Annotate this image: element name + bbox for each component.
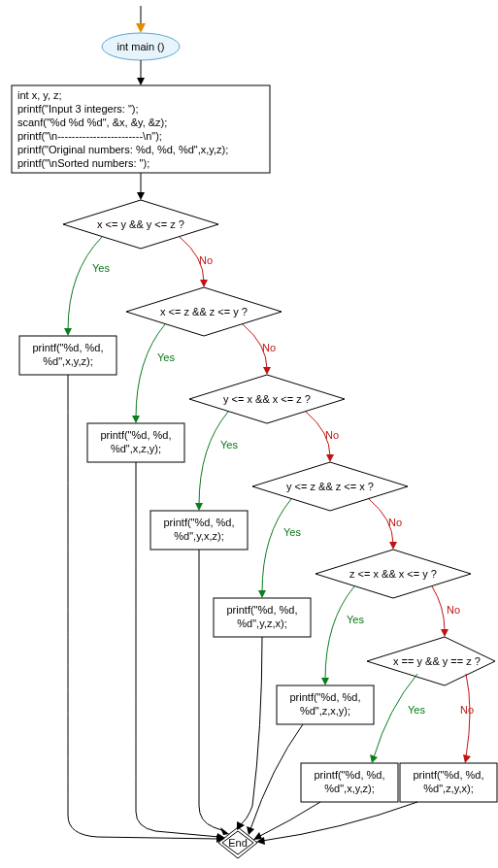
edge-d4-p4	[262, 499, 291, 592]
no-label-d1: No	[199, 254, 213, 266]
p7-line2: %d",z,y,x);	[423, 783, 473, 794]
init-line6: printf("\nSorted numbers: ");	[17, 157, 149, 169]
p4-line2: %d",y,z,x);	[237, 618, 286, 629]
edge-p6-end	[258, 802, 320, 837]
arrow-start-init-icon	[137, 78, 145, 85]
arrow-d5-d6-icon	[441, 629, 448, 637]
arrow-init-d1-icon	[137, 192, 145, 200]
p7-line1: printf("%d, %d,	[414, 769, 484, 781]
no-label-d6: No	[460, 704, 474, 716]
flowchart-canvas: int main () int x, y, z; printf("Input 3…	[0, 0, 498, 868]
start-label: int main ()	[117, 41, 165, 52]
p4-line1: printf("%d, %d,	[227, 604, 298, 616]
no-label-d5: No	[447, 604, 460, 616]
edge-d3-p3	[199, 412, 228, 505]
p2-line2: %d",x,z,y);	[111, 443, 161, 454]
p1-line2: %d",x,y,z);	[43, 355, 92, 367]
edge-p7-end	[262, 802, 417, 841]
d2-label: x <= z && z <= y ?	[160, 306, 248, 317]
yes-label-d5: Yes	[347, 614, 364, 625]
yes-label-d1: Yes	[92, 262, 110, 274]
init-line5: printf("Original numbers: %d, %d, %d",x,…	[17, 144, 228, 155]
no-label-d2: No	[262, 342, 276, 353]
arrow-d5-p5-icon	[321, 678, 329, 685]
p6-line1: printf("%d, %d,	[315, 769, 385, 781]
d6-label: x == y && y == z ?	[393, 655, 481, 667]
end-label: End	[228, 837, 248, 849]
p2-line1: printf("%d, %d,	[101, 429, 172, 441]
arrow-d1-p1-icon	[64, 328, 72, 336]
edge-d5-d6	[432, 586, 445, 631]
p5-line2: %d",z,x,y);	[300, 705, 350, 717]
arrow-d1-d2-icon	[200, 280, 208, 287]
d5-label: z <= x && x <= y ?	[349, 568, 437, 580]
arrow-d6-p7-icon	[463, 754, 471, 763]
init-line4: printf("\n------------------------\n");	[17, 130, 162, 142]
arrow-d2-p2-icon	[132, 416, 140, 423]
no-label-d4: No	[388, 517, 402, 528]
edge-d6-p7	[466, 674, 470, 757]
arrow-d2-d3-icon	[263, 367, 271, 375]
arrow-p3-end-icon	[220, 827, 229, 835]
init-line3: scanf("%d %d %d", &x, &y, &z);	[17, 117, 167, 128]
p1-line1: printf("%d, %d,	[33, 342, 104, 353]
p6-line2: %d",x,y,z);	[324, 783, 374, 794]
d3-label: y <= x && x <= z ?	[223, 393, 311, 405]
yes-label-d6: Yes	[408, 704, 425, 716]
arrow-entry-icon	[136, 23, 146, 33]
edge-p4-end	[240, 637, 262, 825]
arrow-d3-d4-icon	[326, 454, 334, 462]
p5-line1: printf("%d, %d,	[290, 691, 361, 703]
init-line2: printf("Input 3 integers: ");	[17, 103, 139, 115]
no-label-d3: No	[325, 429, 339, 441]
edge-d6-p6	[374, 674, 417, 757]
yes-label-d2: Yes	[157, 351, 175, 363]
yes-label-d4: Yes	[283, 526, 301, 538]
arrow-d4-d5-icon	[389, 542, 397, 550]
arrow-p4-end-icon	[237, 821, 245, 830]
yes-label-d3: Yes	[220, 439, 238, 451]
d1-label: x <= y && y <= z ?	[97, 218, 184, 230]
edge-d5-p5	[325, 586, 354, 680]
edge-d1-p1	[68, 237, 102, 330]
arrow-d3-p3-icon	[195, 503, 203, 511]
edge-p3-end	[199, 550, 224, 831]
init-line1: int x, y, z;	[17, 89, 62, 101]
arrow-p6-end-icon	[253, 832, 262, 840]
arrow-p5-end-icon	[247, 826, 254, 835]
p3-line2: %d",y,x,z);	[174, 530, 223, 542]
p3-line1: printf("%d, %d,	[164, 517, 235, 528]
d4-label: y <= z && z <= x ?	[286, 481, 374, 492]
arrow-d4-p4-icon	[258, 590, 266, 598]
edge-d2-p2	[136, 324, 165, 417]
